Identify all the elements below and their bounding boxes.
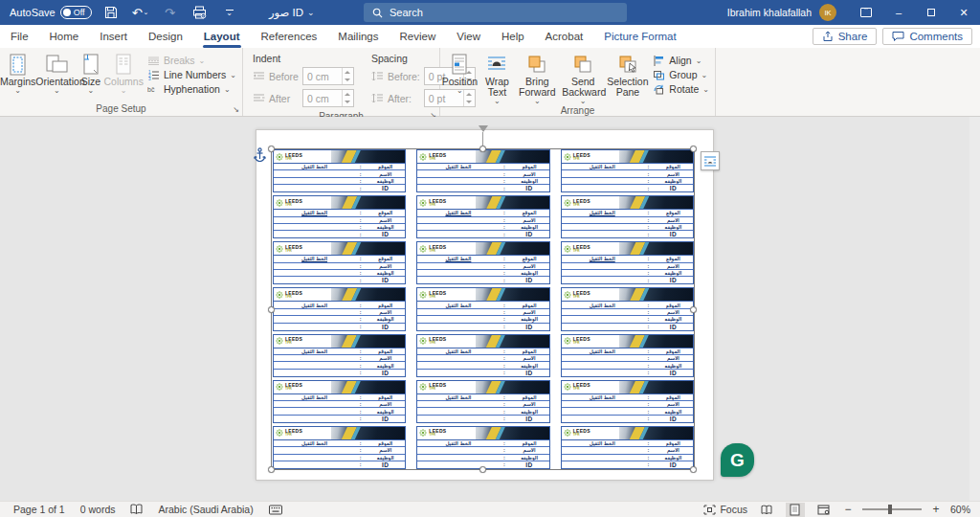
chevron-down-icon bbox=[226, 11, 233, 15]
tab-layout[interactable]: Layout bbox=[193, 25, 251, 48]
margins-button[interactable]: Margins bbox=[0, 51, 35, 94]
ribbon-tab-row: File Home Insert Design Layout Reference… bbox=[0, 25, 980, 48]
wrap-text-button[interactable]: Wrap Text bbox=[479, 51, 515, 104]
user-name[interactable]: Ibrahim khalafallah bbox=[727, 7, 812, 18]
restore-button[interactable] bbox=[915, 0, 947, 25]
minimize-button[interactable]: – bbox=[882, 0, 915, 25]
size-icon bbox=[81, 52, 100, 77]
save-icon[interactable] bbox=[100, 4, 122, 21]
tab-help[interactable]: Help bbox=[491, 25, 535, 48]
tab-design[interactable]: Design bbox=[138, 25, 193, 48]
orientation-button[interactable]: Orientation bbox=[35, 51, 78, 94]
title-bar: AutoSave Off ↶ ↷ صور ID Search Ibrahim k… bbox=[0, 0, 980, 25]
zoom-slider-thumb[interactable] bbox=[888, 505, 892, 514]
group-name-arrange: Arrange bbox=[561, 105, 595, 116]
spacing-before-icon bbox=[371, 71, 384, 81]
wrap-text-icon bbox=[486, 52, 507, 77]
chevron-down-icon bbox=[144, 9, 149, 16]
chevron-down-icon bbox=[199, 56, 206, 65]
bring-forward-button[interactable]: Bring Forward bbox=[515, 51, 560, 104]
grammarly-badge[interactable]: G bbox=[721, 443, 754, 477]
zoom-level[interactable]: 60% bbox=[950, 504, 970, 515]
line-numbers-button[interactable]: 123 Line Numbers bbox=[147, 69, 236, 80]
columns-icon bbox=[114, 52, 133, 77]
page-setup-dialog-launcher[interactable] bbox=[233, 105, 239, 114]
web-layout-button[interactable] bbox=[814, 503, 834, 517]
comments-button[interactable]: Comments bbox=[882, 28, 972, 45]
autosave-dot-icon bbox=[63, 9, 71, 16]
tab-mailings[interactable]: Mailings bbox=[327, 25, 389, 48]
selection-pane-button[interactable]: Selection Pane bbox=[607, 51, 650, 98]
hyphenation-button[interactable]: bc̄ Hyphenation bbox=[147, 83, 236, 95]
page-setup-group: Margins Orientation Size Columns bbox=[0, 48, 243, 116]
zoom-out-button[interactable]: − bbox=[843, 503, 853, 516]
chevron-down-icon bbox=[88, 87, 95, 94]
tab-view[interactable]: View bbox=[446, 25, 491, 48]
selection-handle-bottom-center[interactable] bbox=[479, 466, 486, 473]
autosave-state: Off bbox=[74, 8, 85, 17]
selection-handle-bottom-left[interactable] bbox=[268, 466, 275, 473]
search-input[interactable]: Search bbox=[364, 3, 627, 22]
layout-options-button[interactable] bbox=[701, 151, 720, 170]
proofing-icon[interactable] bbox=[130, 504, 143, 515]
tab-picture-format[interactable]: Picture Format bbox=[593, 25, 686, 48]
align-button[interactable]: Align bbox=[653, 55, 709, 66]
selection-bounding-box bbox=[271, 148, 695, 470]
focus-button[interactable]: Focus bbox=[703, 504, 747, 515]
autosave-pill: Off bbox=[60, 6, 92, 19]
chevron-down-icon bbox=[14, 87, 21, 94]
selection-handle-top-right[interactable] bbox=[690, 146, 697, 152]
selection-handle-top-center[interactable] bbox=[479, 146, 486, 152]
ribbon-display-options-button[interactable] bbox=[850, 0, 882, 25]
tab-home[interactable]: Home bbox=[39, 25, 90, 48]
tab-file[interactable]: File bbox=[0, 25, 39, 48]
selection-handle-bottom-right[interactable] bbox=[690, 466, 697, 473]
ribbon-empty-space bbox=[716, 48, 980, 116]
ribbon-display-options-icon bbox=[860, 8, 872, 17]
bring-forward-icon bbox=[526, 52, 547, 77]
tab-references[interactable]: References bbox=[251, 25, 328, 48]
print-layout-button[interactable] bbox=[786, 503, 805, 517]
word-count[interactable]: 0 words bbox=[80, 504, 116, 515]
rotate-button[interactable]: Rotate bbox=[653, 83, 709, 95]
zoom-in-button[interactable]: + bbox=[931, 503, 941, 516]
keyboard-language-icon[interactable] bbox=[269, 505, 282, 515]
autosave-label: AutoSave bbox=[10, 7, 56, 18]
tab-acrobat[interactable]: Acrobat bbox=[535, 25, 594, 48]
orientation-icon bbox=[45, 52, 68, 77]
indent-after-field: 0 cm bbox=[302, 89, 354, 107]
svg-text:3: 3 bbox=[148, 77, 151, 80]
indent-after-row: After 0 cm bbox=[253, 89, 354, 107]
selection-handle-middle-left[interactable] bbox=[268, 306, 275, 313]
spinner bbox=[342, 90, 353, 106]
document-title[interactable]: صور ID bbox=[269, 0, 315, 25]
close-button[interactable]: ✕ bbox=[947, 0, 980, 25]
group-button[interactable]: Group bbox=[653, 69, 709, 80]
chevron-down-icon bbox=[121, 87, 127, 94]
size-button[interactable]: Size bbox=[78, 51, 103, 94]
position-button[interactable]: Position bbox=[440, 51, 479, 94]
breaks-icon bbox=[147, 56, 160, 66]
tab-insert[interactable]: Insert bbox=[89, 25, 138, 48]
rotate-icon bbox=[653, 84, 665, 95]
selection-handle-middle-right[interactable] bbox=[690, 306, 697, 313]
chevron-down-icon bbox=[54, 87, 60, 94]
svg-text:bc̄: bc̄ bbox=[147, 86, 155, 93]
share-button[interactable]: Share bbox=[813, 28, 878, 45]
send-backward-button[interactable]: Send Backward bbox=[560, 51, 607, 104]
anchor-icon bbox=[254, 147, 266, 162]
chevron-down-icon bbox=[702, 71, 708, 79]
language-indicator[interactable]: Arabic (Saudi Arabia) bbox=[158, 504, 253, 515]
avatar[interactable]: IK bbox=[819, 4, 836, 21]
vertical-scrollbar[interactable] bbox=[969, 117, 980, 501]
share-icon bbox=[822, 31, 834, 42]
page-indicator[interactable]: Page 1 of 1 bbox=[13, 504, 65, 515]
tab-review[interactable]: Review bbox=[390, 25, 447, 48]
undo-button[interactable]: ↶ bbox=[130, 4, 151, 21]
zoom-slider[interactable] bbox=[862, 508, 922, 510]
selection-handle-top-left[interactable] bbox=[268, 146, 275, 152]
read-mode-button[interactable] bbox=[757, 503, 776, 517]
customize-quick-access-toolbar-button[interactable] bbox=[219, 4, 240, 21]
autosave-toggle[interactable]: AutoSave Off bbox=[10, 6, 92, 19]
print-icon[interactable] bbox=[189, 4, 211, 21]
